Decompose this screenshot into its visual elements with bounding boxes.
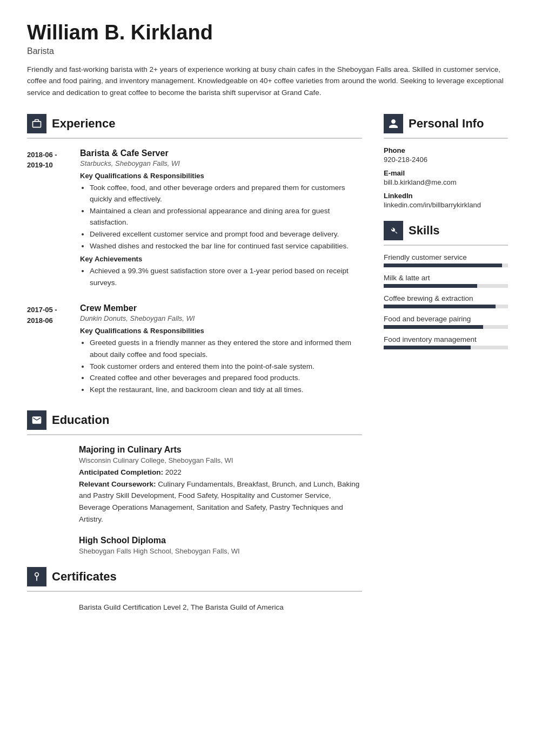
skill-bar-fill: [384, 346, 471, 349]
certificate-entry: Barista Guild Certification Level 2, The…: [79, 602, 362, 613]
skill-bar-fill: [384, 305, 496, 308]
education-divider: [27, 434, 362, 435]
skills-header: Skills: [384, 221, 508, 240]
qualifications-label: Key Qualifications & Responsibilities: [80, 327, 362, 335]
list-item: Maintained a clean and professional appe…: [90, 205, 362, 228]
skill-item: Food inventory management: [384, 335, 508, 349]
candidate-summary: Friendly and fast-working barista with 2…: [27, 64, 508, 99]
skills-section: Skills Friendly customer service Milk & …: [384, 221, 508, 349]
skill-name: Friendly customer service: [384, 253, 508, 261]
education-list: Majoring in Culinary Arts Wisconsin Culi…: [27, 445, 362, 555]
phone-value: 920-218-2406: [384, 156, 508, 164]
list-item: Greeted guests in a friendly manner as t…: [90, 337, 362, 360]
edu-degree: Majoring in Culinary Arts: [79, 445, 362, 455]
skill-bar-bg: [384, 346, 508, 349]
qualifications-list: Greeted guests in a friendly manner as t…: [80, 337, 362, 395]
linkedin-label: LinkedIn: [384, 192, 508, 200]
exp-body: Crew Member Dunkin Donuts, Sheboygan Fal…: [80, 303, 362, 395]
skill-bar-bg: [384, 325, 508, 329]
certificates-section-header: Certificates: [27, 567, 362, 586]
experience-section-header: Experience: [27, 114, 362, 133]
edu-school: Wisconsin Culinary College, Sheboygan Fa…: [79, 456, 362, 464]
skill-bar-fill: [384, 264, 502, 267]
list-item: Delivered excellent customer service and…: [90, 228, 362, 240]
personal-info-title: Personal Info: [409, 117, 484, 131]
list-item: Took customer orders and entered them in…: [90, 361, 362, 373]
list-item: Washed dishes and restocked the bar line…: [90, 240, 362, 252]
personal-info-divider: [384, 138, 508, 139]
personal-info-block: Phone 920-218-2406 E-mail bill.b.kirklan…: [384, 146, 508, 209]
skill-item: Coffee brewing & extraction: [384, 294, 508, 308]
exp-date: 2017-05 -2018-06: [27, 303, 70, 395]
education-icon: [27, 410, 46, 430]
edu-degree: High School Diploma: [79, 536, 362, 545]
left-column: Experience 2018-06 -2019-10 Barista & Ca…: [27, 114, 362, 613]
experience-divider: [27, 138, 362, 139]
skill-bar-bg: [384, 284, 508, 288]
edu-anticipated: Anticipated Completion: 2022: [79, 467, 362, 478]
list-item: Kept the restaurant, line, and backroom …: [90, 384, 362, 396]
certificates-list: Barista Guild Certification Level 2, The…: [27, 602, 362, 613]
qualifications-list: Took coffee, food, and other beverage or…: [80, 182, 362, 252]
list-item: Took coffee, food, and other beverage or…: [90, 182, 362, 205]
skill-item: Friendly customer service: [384, 253, 508, 267]
experience-title: Experience: [52, 117, 115, 131]
skills-divider: [384, 245, 508, 246]
qualifications-label: Key Qualifications & Responsibilities: [80, 172, 362, 180]
education-section: Education Majoring in Culinary Arts Wisc…: [27, 410, 362, 555]
linkedin-value: linkedin.com/in/billbarrykirkland: [384, 201, 508, 209]
skill-bar-fill: [384, 325, 483, 329]
email-label: E-mail: [384, 169, 508, 177]
experience-entry: 2017-05 -2018-06 Crew Member Dunkin Donu…: [27, 303, 362, 395]
skills-title: Skills: [409, 224, 439, 238]
certificates-title: Certificates: [52, 570, 117, 584]
candidate-name: William B. Kirkland: [27, 22, 508, 44]
skill-name: Food inventory management: [384, 335, 508, 343]
personal-info-header: Personal Info: [384, 114, 508, 133]
education-title: Education: [52, 413, 109, 427]
exp-job-title: Barista & Cafe Server: [80, 148, 362, 158]
experience-list: 2018-06 -2019-10 Barista & Cafe Server S…: [27, 148, 362, 396]
skill-item: Milk & latte art: [384, 274, 508, 288]
skill-bar-fill: [384, 284, 477, 288]
exp-body: Barista & Cafe Server Starbucks, Sheboyg…: [80, 148, 362, 289]
education-section-header: Education: [27, 410, 362, 430]
right-column: Personal Info Phone 920-218-2406 E-mail …: [384, 114, 508, 613]
exp-job-title: Crew Member: [80, 303, 362, 313]
certificates-divider: [27, 591, 362, 592]
candidate-title: Barista: [27, 46, 508, 56]
education-entry: High School Diploma Sheboygan Falls High…: [79, 536, 362, 555]
exp-date: 2018-06 -2019-10: [27, 148, 70, 289]
phone-label: Phone: [384, 146, 508, 154]
main-layout: Experience 2018-06 -2019-10 Barista & Ca…: [27, 114, 508, 613]
experience-entry: 2018-06 -2019-10 Barista & Cafe Server S…: [27, 148, 362, 289]
skill-bar-bg: [384, 264, 508, 267]
skill-name: Coffee brewing & extraction: [384, 294, 508, 302]
skill-name: Milk & latte art: [384, 274, 508, 282]
certificates-section: Certificates Barista Guild Certification…: [27, 567, 362, 613]
skills-icon: [384, 221, 403, 240]
achievements-label: Key Achievements: [80, 255, 362, 263]
list-item: Created coffee and other beverages and p…: [90, 372, 362, 384]
exp-company: Starbucks, Sheboygan Falls, WI: [80, 159, 362, 167]
skill-bar-bg: [384, 305, 508, 308]
certificates-icon: [27, 567, 46, 586]
resume-header: William B. Kirkland Barista Friendly and…: [27, 22, 508, 99]
email-value: bill.b.kirkland@me.com: [384, 178, 508, 186]
skill-item: Food and beverage pairing: [384, 315, 508, 329]
skills-list: Friendly customer service Milk & latte a…: [384, 253, 508, 349]
list-item: Achieved a 99.3% guest satisfaction stor…: [90, 265, 362, 288]
edu-coursework: Relevant Coursework: Culinary Fundamenta…: [79, 478, 362, 525]
exp-company: Dunkin Donuts, Sheboygan Falls, WI: [80, 314, 362, 322]
education-entry: Majoring in Culinary Arts Wisconsin Culi…: [79, 445, 362, 525]
personal-info-icon: [384, 114, 403, 133]
experience-icon: [27, 114, 46, 133]
skill-name: Food and beverage pairing: [384, 315, 508, 323]
edu-school: Sheboygan Falls High School, Sheboygan F…: [79, 547, 362, 555]
